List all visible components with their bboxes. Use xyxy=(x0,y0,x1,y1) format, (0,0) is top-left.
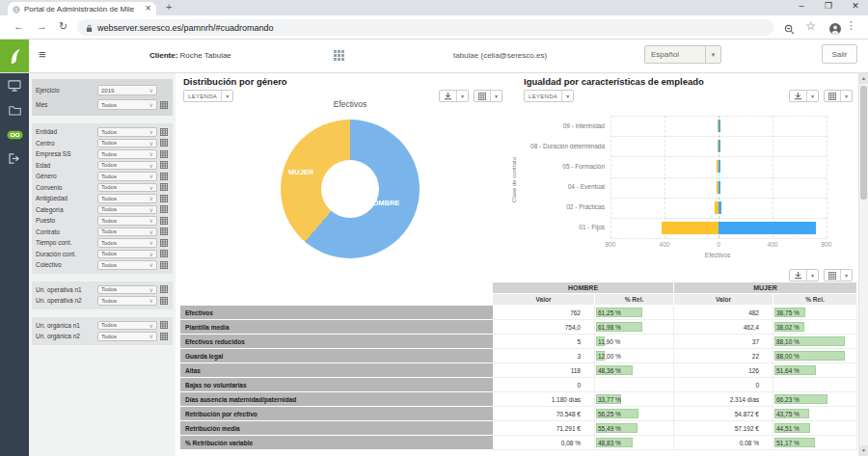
forward-icon[interactable]: → xyxy=(37,20,47,32)
filter-grid-icon[interactable] xyxy=(160,228,169,235)
bar-hombre[interactable] xyxy=(719,140,720,152)
scrollbar-thumb[interactable] xyxy=(860,86,867,200)
folder-icon[interactable] xyxy=(9,102,21,120)
panel-title-gender: Distribución por género xyxy=(183,76,287,87)
filter-label: Un. operativa n2 xyxy=(36,297,97,304)
page-scrollbar[interactable]: ▲ ▼ xyxy=(858,73,868,456)
window-minimize-button[interactable]: – xyxy=(795,1,808,11)
download-button-left[interactable]: ▾ xyxy=(439,90,469,102)
tab-close-icon[interactable]: ✕ xyxy=(145,5,151,13)
filter-select[interactable]: Todos∨ xyxy=(97,127,157,137)
download-button-table[interactable]: ▾ xyxy=(789,269,819,282)
new-tab-button[interactable]: + xyxy=(166,1,172,13)
category-label: 02 - Prácticas xyxy=(519,203,605,210)
filter-select[interactable]: 2019∨ xyxy=(97,85,157,95)
filter-grid-icon[interactable] xyxy=(160,195,169,202)
value-hombre: 1.180 días xyxy=(493,392,595,407)
view-options-button-right[interactable]: ▾ xyxy=(824,90,853,102)
filter-grid-icon[interactable] xyxy=(160,239,169,247)
filter-select[interactable]: Todos∨ xyxy=(97,139,157,148)
filter-select[interactable]: Todos∨ xyxy=(97,183,157,193)
filter-label: Antigüedad xyxy=(36,195,97,201)
filter-select[interactable]: Todos∨ xyxy=(97,194,157,203)
zoom-out-icon[interactable] xyxy=(784,21,795,39)
bar-hombre[interactable] xyxy=(719,222,816,234)
filter-select[interactable]: Todos∨ xyxy=(97,332,157,341)
filter-grid-icon[interactable] xyxy=(160,217,169,225)
filter-grid-icon[interactable] xyxy=(160,205,169,213)
logout-button[interactable]: Salir xyxy=(822,44,857,64)
back-icon[interactable]: ← xyxy=(14,20,24,32)
bar-mujer[interactable] xyxy=(662,222,719,234)
window-close-button[interactable]: ✕ xyxy=(849,1,862,11)
legend-button-left[interactable]: LEYENDA▾ xyxy=(183,90,233,102)
bar-hombre[interactable] xyxy=(719,201,721,214)
filter-grid-icon[interactable] xyxy=(160,285,169,293)
filter-grid-icon[interactable] xyxy=(160,150,169,158)
url-input[interactable]: webserver.seresco.es/pamnrh/#cuadromando xyxy=(77,19,773,36)
filter-select[interactable]: Todos∨ xyxy=(97,172,157,181)
menu-hamburger-icon[interactable]: ≡ xyxy=(39,47,46,62)
bar-hombre[interactable] xyxy=(719,181,720,194)
chrome-menu-icon[interactable]: ⋮ xyxy=(846,19,856,32)
filter-select[interactable]: Todos∨ xyxy=(97,228,157,237)
view-options-button-left[interactable]: ▾ xyxy=(474,90,502,102)
filter-select[interactable]: Todos∨ xyxy=(97,321,157,331)
filter-select[interactable]: Todos∨ xyxy=(97,296,157,306)
caret-down-icon: ∨ xyxy=(149,101,153,108)
filter-grid-icon[interactable] xyxy=(160,297,169,305)
filter-grid-icon[interactable] xyxy=(160,128,169,136)
monitor-icon[interactable] xyxy=(8,78,21,95)
row-label: Días ausencia maternidad/paternidad xyxy=(180,392,493,407)
bar-chart-x-axis-label: Efectivos xyxy=(689,252,746,258)
filter-select[interactable]: Todos∨ xyxy=(97,149,157,159)
browser-tab[interactable]: Portal de Administración de Mile ✕ xyxy=(8,2,156,15)
filter-select[interactable]: Todos∨ xyxy=(97,250,157,259)
filter-grid-icon[interactable] xyxy=(160,333,169,340)
avatar[interactable] xyxy=(829,21,841,39)
bookmark-star-icon[interactable]: ☆ xyxy=(805,19,816,33)
scroll-up-icon[interactable]: ▲ xyxy=(859,73,868,84)
legend-button-right[interactable]: LEYENDA▾ xyxy=(524,90,574,102)
bar-hombre[interactable] xyxy=(719,120,720,132)
filter-sidebar: Ejercicio2019∨MesTodos∨EntidadTodos∨Cent… xyxy=(29,73,176,456)
filter-select[interactable]: Todos∨ xyxy=(97,260,157,270)
download-button-right[interactable]: ▾ xyxy=(789,90,819,102)
filter-select[interactable]: Todos∨ xyxy=(97,238,157,248)
filter-label: Un. orgánica n1 xyxy=(36,322,97,329)
filter-select[interactable]: Todos∨ xyxy=(97,161,157,171)
reload-icon[interactable]: ↻ xyxy=(59,20,68,33)
view-options-button-table[interactable]: ▾ xyxy=(824,269,853,282)
pct-cell: 48,36 % xyxy=(595,363,674,378)
scroll-down-icon[interactable]: ▼ xyxy=(859,445,868,456)
filter-grid-icon[interactable] xyxy=(160,173,169,180)
filter-select[interactable]: Todos∨ xyxy=(97,285,157,295)
filter-group: Ejercicio2019∨MesTodos∨ xyxy=(32,79,173,116)
caret-down-icon: ∨ xyxy=(149,162,153,169)
contract-class-bar-chart[interactable] xyxy=(610,116,827,238)
window-maximize-button[interactable]: ❐ xyxy=(822,1,835,11)
row-label: Retribución media xyxy=(180,421,493,436)
filter-grid-icon[interactable] xyxy=(160,261,169,269)
row-label: Guarda legal xyxy=(180,349,493,363)
x-tick-label: 800 xyxy=(815,241,838,248)
filter-grid-icon[interactable] xyxy=(160,183,169,191)
logout-exit-icon[interactable] xyxy=(9,150,21,168)
filter-grid-icon[interactable] xyxy=(160,250,169,257)
gender-donut-chart[interactable]: MUJER HOMBRE xyxy=(281,120,420,258)
caret-down-icon: ∨ xyxy=(149,206,153,213)
dashboard-link-icon-active[interactable] xyxy=(7,126,23,144)
filter-grid-icon[interactable] xyxy=(160,161,169,169)
apps-grid-icon[interactable] xyxy=(334,50,344,61)
filter-select[interactable]: Todos∨ xyxy=(97,216,157,226)
filter-select[interactable]: Todos∨ xyxy=(97,205,157,215)
pct-text: 38,02 % xyxy=(776,320,800,335)
filter-grid-icon[interactable] xyxy=(160,101,169,109)
client-value: Roche Tabulae xyxy=(180,51,231,60)
filter-grid-icon[interactable] xyxy=(160,139,169,147)
language-select[interactable]: Español ▾ xyxy=(644,45,721,64)
bar-hombre[interactable] xyxy=(719,160,720,173)
filter-label: Un. orgánica n2 xyxy=(36,333,97,339)
filter-select[interactable]: Todos∨ xyxy=(97,99,157,110)
filter-grid-icon[interactable] xyxy=(160,321,169,329)
